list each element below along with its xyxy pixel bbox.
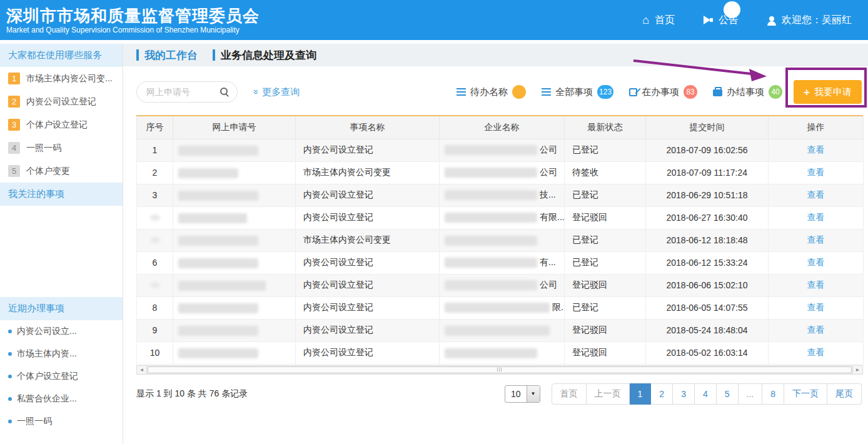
tab-business-info[interactable]: 业务信息处理及查询 — [213, 48, 316, 63]
nav-welcome-user[interactable]: 欢迎您：吴丽红 — [767, 14, 852, 27]
more-query-label: 更多查询 — [262, 86, 300, 98]
view-link[interactable]: 查看 — [807, 235, 825, 245]
page-button[interactable]: 首页 — [552, 383, 587, 405]
cell-application-number — [173, 341, 296, 364]
filter-label: 待办名称 — [470, 86, 508, 98]
company-name-suffix: 公司 — [540, 144, 557, 154]
nav-home-label: 首页 — [655, 14, 675, 27]
search-input[interactable] — [137, 87, 220, 97]
sidebar-popular-item[interactable]: 2 内资公司设立登记 — [0, 90, 123, 113]
cell-serial: 6 — [137, 251, 173, 274]
filter-in-progress-items[interactable]: 在办事项 83 — [629, 85, 697, 99]
cell-submit-time: 2018-07-09 11:17:24 — [646, 161, 769, 184]
table-footer: 显示 1 到 10 条 共 76 条记录 10 ▼ 首页 上一页 1 2 — [136, 383, 862, 405]
scroll-left-arrow[interactable]: ◄ — [137, 366, 147, 374]
cell-submit-time: 2018-06-05 14:07:55 — [646, 296, 769, 319]
cell-action: 查看 — [769, 184, 864, 206]
records-table: 序号网上申请号事项名称企业名称最新状态提交时间操作 1 内资公司设立登记 公司 … — [136, 115, 863, 365]
page-button[interactable]: 8 — [762, 383, 784, 405]
page-button[interactable]: 5 — [717, 383, 739, 405]
sidebar-recent-item[interactable]: 私营合伙企业... — [0, 388, 123, 410]
nav-home[interactable]: ⌂ 首页 — [642, 14, 675, 27]
table-row: 8 内资公司设立登记 限... 已登记 2018-06-05 14:07:55 … — [137, 296, 864, 319]
redacted-application-number — [178, 303, 258, 313]
records-summary: 显示 1 到 10 条 共 76 条记录 — [136, 388, 248, 400]
scrollbar-thumb[interactable] — [148, 366, 852, 373]
redacted-company-name — [445, 303, 550, 313]
cell-company-name — [440, 341, 565, 364]
page-button[interactable]: 尾页 — [827, 383, 862, 405]
cell-company-name — [440, 229, 565, 251]
column-header: 序号 — [137, 116, 173, 139]
view-link[interactable]: 查看 — [807, 257, 825, 267]
rank-badge: 2 — [8, 96, 20, 108]
cell-status: 登记驳回 — [565, 341, 646, 364]
more-query-link[interactable]: » 更多查询 — [254, 86, 300, 98]
view-link[interactable]: 查看 — [807, 144, 825, 154]
redacted-application-number — [178, 168, 238, 178]
view-link[interactable]: 查看 — [807, 325, 825, 335]
cell-item-name: 内资公司设立登记 — [296, 274, 440, 296]
cell-application-number — [173, 229, 296, 251]
cell-status: 登记驳回 — [565, 319, 646, 341]
plus-icon: + — [804, 88, 810, 97]
cell-action: 查看 — [769, 139, 864, 161]
cell-status: 已登记 — [565, 251, 646, 274]
company-name-suffix: 限... — [552, 302, 565, 312]
sidebar-popular-item[interactable]: 1 市场主体内资公司变... — [0, 67, 123, 90]
cell-status: 登记驳回 — [565, 206, 646, 229]
view-link[interactable]: 查看 — [807, 167, 825, 177]
view-link[interactable]: 查看 — [807, 347, 825, 357]
sidebar-recent-item[interactable]: 一照一码 — [0, 410, 123, 433]
page-button[interactable]: 4 — [695, 383, 717, 405]
sidebar-recent-item[interactable]: 内资公司设立... — [0, 320, 123, 343]
column-header: 网上申请号 — [173, 116, 296, 139]
cell-status: 登记驳回 — [565, 274, 646, 296]
filter-all-items[interactable]: 全部事项 123 — [542, 85, 613, 99]
redacted-application-number — [178, 191, 258, 201]
view-link[interactable]: 查看 — [807, 302, 825, 312]
cell-item-name: 内资公司设立登记 — [296, 319, 440, 341]
page-button[interactable]: 1 — [630, 383, 652, 405]
page-button[interactable]: 下一页 — [784, 383, 827, 405]
sidebar-recent-item[interactable]: 市场主体内资... — [0, 343, 123, 365]
page-button[interactable]: 3 — [673, 383, 695, 405]
cell-status: 已登记 — [565, 139, 646, 161]
cell-submit-time: 2018-07-09 16:02:56 — [646, 139, 769, 161]
view-link[interactable]: 查看 — [807, 189, 825, 199]
apply-button[interactable]: + 我要申请 — [794, 80, 862, 104]
scroll-right-arrow[interactable]: ► — [852, 366, 862, 374]
table-row: 2 市场主体内资公司变更 公司 待签收 2018-07-09 11:17:24 … — [137, 161, 864, 184]
cell-serial: 10 — [137, 341, 173, 364]
table-row: 10 内资公司设立登记 登记驳回 2018-05-02 16:03:14 查看 — [137, 341, 864, 364]
column-header: 最新状态 — [565, 116, 646, 139]
table-body: 1 内资公司设立登记 公司 已登记 2018-07-09 16:02:56 查看… — [137, 139, 864, 364]
cell-action: 查看 — [769, 341, 864, 364]
sidebar-popular-item[interactable]: 3 个体户设立登记 — [0, 113, 123, 136]
cell-application-number — [173, 161, 296, 184]
view-link[interactable]: 查看 — [807, 280, 825, 290]
search-icon[interactable] — [220, 87, 230, 97]
sidebar-popular-item[interactable]: 5 个体户变更 — [0, 159, 123, 183]
sidebar-popular-item[interactable]: 4 一照一码 — [0, 136, 123, 159]
search-box — [136, 81, 238, 103]
cell-serial: 8 — [137, 296, 173, 319]
page-button[interactable]: 上一页 — [587, 383, 630, 405]
filter-pending-names[interactable]: 待办名称 — [457, 85, 526, 99]
view-link[interactable]: 查看 — [807, 212, 825, 222]
redacted-application-number — [178, 236, 258, 246]
redacted-application-number — [178, 326, 258, 336]
table-row: 6 内资公司设立登记 有... 已登记 2018-06-12 15:33:24 … — [137, 251, 864, 274]
sidebar-recent-item[interactable]: 个体户设立登记 — [0, 365, 123, 388]
page-button[interactable]: 2 — [651, 383, 673, 405]
site-title: 深圳市市场和质量监督管理委员会 — [6, 6, 260, 25]
page-size-select[interactable]: 10 ▼ — [505, 385, 540, 403]
tab-my-workbench[interactable]: 我的工作台 — [136, 48, 198, 63]
tab-accent-bar — [136, 49, 139, 61]
filter-completed-items[interactable]: 办结事项 40 — [713, 85, 782, 99]
page-button[interactable]: ... — [739, 383, 763, 405]
cell-item-name: 内资公司设立登记 — [296, 139, 440, 161]
cell-submit-time: 2018-06-12 18:18:48 — [646, 229, 769, 251]
table-row: 9 内资公司设立登记 登记驳回 2018-05-24 18:48:04 查看 — [137, 319, 864, 341]
cell-application-number — [173, 206, 296, 229]
